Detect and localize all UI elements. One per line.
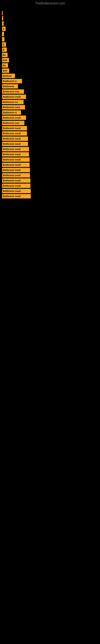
- bar-23: Bottleneck result: [2, 131, 27, 136]
- bar-row: [2, 16, 100, 20]
- bar-label-35: Bottleneck result: [3, 195, 21, 198]
- bar-row: Bottleneck resul: [2, 105, 100, 110]
- bar-11: Bott: [2, 68, 9, 73]
- bar-row: Bottleneck result: [2, 173, 100, 178]
- bar-9: Bott: [2, 58, 9, 62]
- bar-30: Bottleneck result: [2, 168, 30, 172]
- bar-row: Bottleneck result: [2, 158, 100, 162]
- bar-label-33: Bottleneck result: [3, 184, 21, 187]
- bar-row: Bottleneck result: [2, 189, 100, 193]
- bar-22: Bottleneck result: [2, 126, 27, 130]
- bar-32: Bottleneck result: [2, 178, 30, 183]
- bar-label-11: Bott: [3, 70, 7, 72]
- bar-16: Bottleneck result: [2, 94, 26, 99]
- bar-row: Bott: [2, 68, 100, 73]
- bar-label-14: Bottleneck: [3, 85, 14, 88]
- bars-container: EEBBoBottBoBottBottleneBottleneck reBott…: [0, 7, 100, 199]
- bar-row: Bottleneck: [2, 84, 100, 88]
- bar-row: Bottleneck result: [2, 178, 100, 183]
- bar-label-30: Bottleneck result: [3, 169, 21, 171]
- bar-19: Bottleneck re: [2, 110, 21, 115]
- bar-row: Bottleneck result: [2, 94, 100, 99]
- bar-label-31: Bottleneck result: [3, 174, 21, 176]
- bar-10: Bo: [2, 63, 8, 68]
- bar-row: Bottleneck result: [2, 136, 100, 141]
- bar-row: Bottleneck result: [2, 147, 100, 151]
- bar-label-8: Bo: [3, 54, 6, 56]
- bar-14: Bottleneck: [2, 84, 18, 88]
- bar-26: Bottleneck result: [2, 147, 29, 151]
- bar-29: Bottleneck result: [2, 162, 30, 167]
- bar-1: [2, 16, 3, 20]
- bar-label-7: B: [3, 48, 4, 51]
- bar-label-13: Bottleneck re: [3, 80, 17, 82]
- bar-label-16: Bottleneck result: [3, 96, 21, 98]
- bar-row: [2, 37, 100, 42]
- bar-label-9: Bott: [3, 59, 7, 62]
- bar-label-32: Bottleneck result: [3, 179, 21, 182]
- bar-label-3: E: [3, 28, 4, 30]
- bar-35: Bottleneck result: [2, 194, 31, 198]
- bar-33: Bottleneck result: [2, 184, 30, 188]
- bar-18: Bottleneck resul: [2, 105, 25, 110]
- bar-row: B: [2, 48, 100, 52]
- bar-17: Bottleneck res: [2, 100, 24, 104]
- bar-31: Bottleneck result: [2, 173, 30, 178]
- bar-15: Bottleneck rese: [2, 89, 24, 94]
- bar-row: Bottleneck re: [2, 79, 100, 83]
- site-title-text: TheBottlenecker.com: [35, 2, 65, 5]
- bar-25: Bottleneck result: [2, 142, 28, 146]
- bar-row: Bo: [2, 63, 100, 68]
- bar-label-24: Bottleneck result: [3, 138, 21, 140]
- bar-row: E: [2, 26, 100, 31]
- bar-5: [2, 37, 4, 42]
- bar-row: Bott: [2, 58, 100, 62]
- bar-27: Bottleneck result: [2, 152, 29, 156]
- bar-28: Bottleneck result: [2, 158, 30, 162]
- bar-label-17: Bottleneck res: [3, 101, 18, 103]
- bar-20: Bottleneck result: [2, 116, 26, 120]
- bar-label-26: Bottleneck result: [3, 148, 21, 150]
- bar-8: Bo: [2, 53, 8, 57]
- bar-label-27: Bottleneck result: [3, 153, 21, 156]
- bar-row: Bottleneck result: [2, 152, 100, 156]
- bar-label-34: Bottleneck result: [3, 190, 21, 192]
- bar-label-21: Bottleneck resu: [3, 122, 19, 124]
- bar-label-10: Bo: [3, 64, 6, 66]
- bar-3: E: [2, 26, 6, 31]
- bar-row: Bottleneck re: [2, 110, 100, 115]
- bar-label-15: Bottleneck rese: [3, 90, 19, 93]
- bar-label-28: Bottleneck result: [3, 158, 21, 161]
- bar-label-23: Bottleneck result: [3, 132, 21, 135]
- bar-label-20: Bottleneck result: [3, 116, 21, 119]
- bar-label-25: Bottleneck result: [3, 143, 21, 145]
- bar-label-12: Bottlene: [3, 75, 12, 77]
- bar-row: Bottleneck rese: [2, 89, 100, 94]
- bar-row: Bottleneck result: [2, 131, 100, 136]
- bar-row: Bottleneck res: [2, 100, 100, 104]
- bar-row: Bottleneck resu: [2, 121, 100, 125]
- bar-label-22: Bottleneck result: [3, 127, 21, 130]
- bar-label-29: Bottleneck result: [3, 164, 21, 166]
- bar-0: [2, 11, 3, 15]
- bar-row: [2, 21, 100, 26]
- bar-label-18: Bottleneck resul: [3, 106, 20, 108]
- bar-2: [2, 21, 3, 26]
- bar-row: Bottleneck result: [2, 142, 100, 146]
- bar-row: [2, 32, 100, 36]
- bar-24: Bottleneck result: [2, 136, 28, 141]
- bar-row: Bottleneck result: [2, 162, 100, 167]
- bar-row: Bottleneck result: [2, 194, 100, 198]
- bar-row: Bottlene: [2, 74, 100, 78]
- bar-7: B: [2, 48, 7, 52]
- bar-4: [2, 32, 4, 36]
- bar-row: Bottleneck result: [2, 116, 100, 120]
- bar-12: Bottlene: [2, 74, 15, 78]
- bar-row: Bottleneck result: [2, 126, 100, 130]
- bar-6: E: [2, 42, 6, 47]
- bar-row: [2, 11, 100, 15]
- bar-34: Bottleneck result: [2, 189, 31, 193]
- bar-row: E: [2, 42, 100, 47]
- bar-label-19: Bottleneck re: [3, 111, 17, 114]
- bar-13: Bottleneck re: [2, 79, 22, 83]
